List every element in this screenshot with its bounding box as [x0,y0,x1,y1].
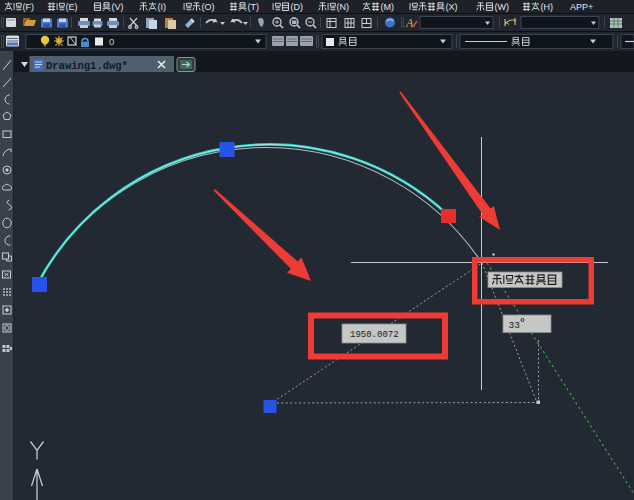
svg-text:(I): (I) [158,2,167,12]
svg-text:A: A [405,16,414,30]
svg-text:(O): (O) [202,2,215,12]
svg-text:Drawing1.dwg*: Drawing1.dwg* [46,60,128,72]
svg-text:(H): (H) [541,2,554,12]
svg-text:(E): (E) [66,2,78,12]
svg-text:(M): (M) [381,2,395,12]
svg-text:(W): (W) [495,2,510,12]
svg-text:APP+: APP+ [570,2,593,12]
svg-text:33: 33 [509,320,521,331]
svg-text:(N): (N) [337,2,350,12]
svg-text:(X): (X) [446,2,458,12]
svg-text:(V): (V) [112,2,124,12]
svg-text:(T): (T) [248,2,260,12]
svg-text:(D): (D) [291,2,304,12]
svg-text:1950.0072: 1950.0072 [350,330,399,340]
svg-text:0: 0 [109,36,114,47]
svg-text:(F): (F) [23,2,35,12]
